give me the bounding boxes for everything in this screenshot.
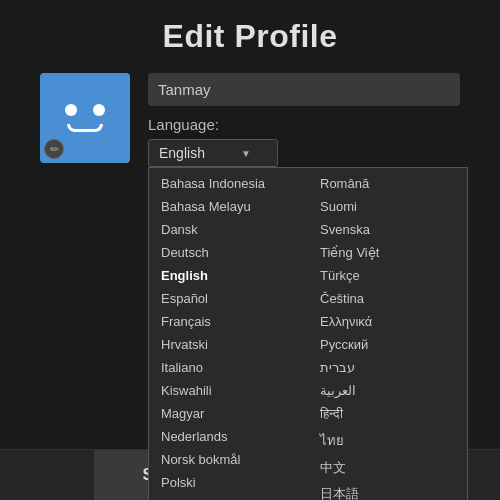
lang-turkce[interactable]: Türkçe: [308, 264, 467, 287]
profile-section: ✏ Language: English ▼ Bahasa Indonesia: [40, 73, 460, 167]
lang-thai[interactable]: ไทย: [308, 426, 467, 455]
dropdown-col-left: Bahasa Indonesia Bahasa Melayu Dansk Deu…: [149, 172, 308, 500]
avatar-mouth: [67, 124, 103, 132]
lang-bahasa-melayu[interactable]: Bahasa Melayu: [149, 195, 308, 218]
avatar-wrapper[interactable]: ✏: [40, 73, 130, 163]
lang-dansk[interactable]: Dansk: [149, 218, 308, 241]
lang-nederlands[interactable]: Nederlands: [149, 425, 308, 448]
form-section: Language: English ▼ Bahasa Indonesia Bah…: [148, 73, 460, 167]
page: Edit Profile ✏: [0, 0, 500, 500]
lang-greek[interactable]: Ελληνικά: [308, 310, 467, 333]
lang-english[interactable]: English: [149, 264, 308, 287]
dropdown-col-right: Română Suomi Svenska Tiếng Việt Türkçe Č…: [308, 172, 467, 500]
lang-arabic[interactable]: العربية: [308, 379, 467, 402]
lang-russian[interactable]: Русский: [308, 333, 467, 356]
page-title: Edit Profile: [163, 18, 338, 55]
lang-magyar[interactable]: Magyar: [149, 402, 308, 425]
edit-avatar-icon[interactable]: ✏: [44, 139, 64, 159]
lang-italiano[interactable]: Italiano: [149, 356, 308, 379]
lang-portugues[interactable]: Português: [149, 494, 308, 500]
lang-espanol[interactable]: Español: [149, 287, 308, 310]
lang-chinese[interactable]: 中文: [308, 455, 467, 481]
lang-suomi[interactable]: Suomi: [308, 195, 467, 218]
lang-japanese[interactable]: 日本語: [308, 481, 467, 500]
main-content: ✏ Language: English ▼ Bahasa Indonesia: [0, 73, 500, 500]
lang-kiswahili[interactable]: Kiswahili: [149, 379, 308, 402]
lang-svenska[interactable]: Svenska: [308, 218, 467, 241]
lang-romana[interactable]: Română: [308, 172, 467, 195]
name-input[interactable]: [148, 73, 460, 106]
avatar-eye-left: [65, 104, 77, 116]
lang-polski[interactable]: Polski: [149, 471, 308, 494]
lang-bahasa-indonesia[interactable]: Bahasa Indonesia: [149, 172, 308, 195]
lang-tieng-viet[interactable]: Tiếng Việt: [308, 241, 467, 264]
lang-hindi[interactable]: हिन्दी: [308, 402, 467, 426]
content-inner: ✏ Language: English ▼ Bahasa Indonesia: [0, 73, 500, 167]
lang-deutsch[interactable]: Deutsch: [149, 241, 308, 264]
selected-language-text: English: [159, 145, 205, 161]
avatar-eye-right: [93, 104, 105, 116]
lang-hrvatski[interactable]: Hrvatski: [149, 333, 308, 356]
dropdown-arrow-icon: ▼: [241, 148, 251, 159]
language-label: Language:: [148, 116, 460, 133]
lang-francais[interactable]: Français: [149, 310, 308, 333]
lang-norsk[interactable]: Norsk bokmål: [149, 448, 308, 471]
lang-cestina[interactable]: Čeština: [308, 287, 467, 310]
language-dropdown-wrapper: English ▼ Bahasa Indonesia Bahasa Melayu…: [148, 139, 278, 167]
avatar-eyes: [65, 104, 105, 116]
language-dropdown-selected[interactable]: English ▼: [148, 139, 278, 167]
language-dropdown-menu: Bahasa Indonesia Bahasa Melayu Dansk Deu…: [148, 167, 468, 500]
avatar-face: [65, 104, 105, 132]
lang-hebrew[interactable]: עברית: [308, 356, 467, 379]
